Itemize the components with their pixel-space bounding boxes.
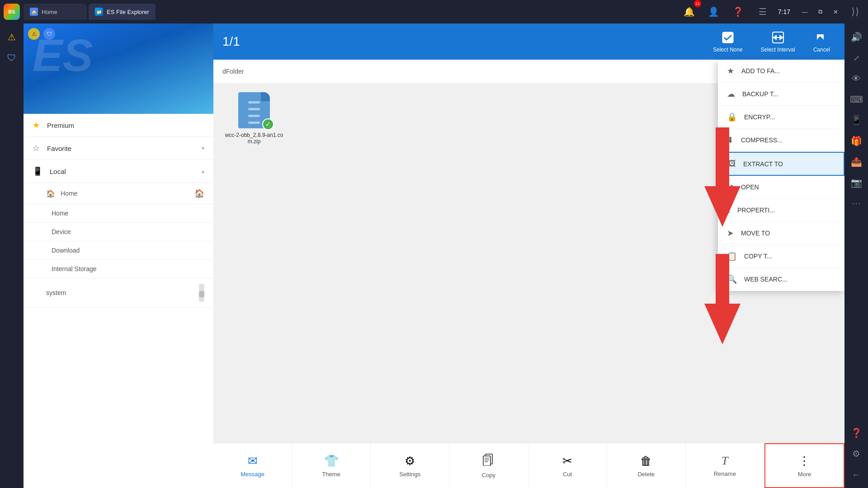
select-interval-button[interactable]: Select Interval (755, 28, 801, 56)
toolbar-delete[interactable]: 🗑 Delete (607, 443, 686, 488)
toolbar-rename[interactable]: T Rename (686, 443, 764, 488)
backup-label: BACKUP T... (742, 90, 778, 98)
bs-right-sidebar: 🔊 ⤢ 👁 ⌨ 📱 🎁 📤 📷 ⋯ ❓ ⚙ ← (844, 23, 868, 488)
local-icon: 📱 (33, 166, 42, 176)
rs-gift-icon[interactable]: 🎁 (847, 132, 865, 150)
notification-button[interactable]: 🔔 11 (680, 3, 698, 21)
notification-badge: 11 (694, 0, 701, 7)
toolbar-more[interactable]: ⋮ More (764, 443, 844, 488)
copy-to-label: COPY T... (744, 253, 772, 260)
rename-icon: T (722, 454, 728, 468)
internal-storage-label: Internal Storage (52, 265, 97, 272)
nav-sub-system[interactable]: system (24, 278, 213, 308)
nav-item-premium[interactable]: ★ Premium (24, 114, 213, 137)
nav-item-favorite[interactable]: ☆ Favorite ▾ (24, 137, 213, 160)
copy-to-icon: 📋 (727, 251, 737, 261)
app-area: ⚠ 🛡 ES ★ Premium ☆ Favorite ▾ 📱 Lo (24, 23, 844, 488)
rs-phone-icon[interactable]: 📱 (847, 111, 865, 129)
es-tab-label: ES File Explorer (107, 9, 149, 15)
ctx-compress[interactable]: ⬇ COMPRESS... (718, 129, 844, 152)
select-interval-label: Select Interval (761, 47, 795, 53)
svg-rect-12 (483, 456, 491, 466)
nav-sub-internal-storage[interactable]: Internal Storage (24, 260, 213, 278)
tab-home[interactable]: 🏠 Home (24, 4, 87, 20)
cancel-button[interactable]: Cancel (808, 28, 835, 56)
breadcrumb-path: dFolder (222, 68, 244, 75)
more-label: More (798, 471, 811, 478)
rs-camera-icon[interactable]: 📷 (847, 174, 865, 192)
rs-settings-icon[interactable]: ⚙ (847, 445, 865, 463)
nav-sub-download[interactable]: Download (24, 241, 213, 260)
home1-icon: 🏠 (46, 189, 55, 198)
select-none-button[interactable]: Select None (708, 28, 748, 56)
ctx-add-to-favorite[interactable]: ★ ADD TO FA... (718, 60, 844, 83)
file-item-wcc-zip[interactable]: ✓ wcc-2-obb_2.8.9-an1.com.zip (222, 92, 286, 145)
copy-icon (482, 453, 495, 469)
main-area: ⚠ 🛡 ⚠ 🛡 ES ★ Premium ☆ F (0, 23, 868, 488)
minimize-button[interactable]: — (800, 7, 809, 16)
toolbar-theme[interactable]: 👕 Theme (292, 443, 371, 488)
bluestacks-logo: BS (4, 4, 20, 20)
toolbar-copy[interactable]: Copy (449, 443, 528, 488)
es-nav-list: ★ Premium ☆ Favorite ▾ 📱 Local ▴ 🏠 Home (24, 114, 213, 488)
restore-button[interactable]: ⧉ (816, 7, 825, 16)
rs-volume-icon[interactable]: 🔊 (847, 28, 865, 46)
ctx-move-to[interactable]: ➤ MOVE TO (718, 222, 844, 245)
tab-es-file-explorer[interactable]: 📁 ES File Explorer (89, 4, 156, 20)
ctx-properties[interactable]: ℹ PROPERTI... (718, 199, 844, 222)
ctx-open[interactable]: ↗ OPEN (718, 176, 844, 199)
es-logo-bg: ES (33, 33, 93, 78)
delete-label: Delete (637, 471, 655, 478)
time-display: 7:17 (778, 8, 790, 15)
rs-back-icon[interactable]: ← (847, 465, 865, 483)
selection-bar: 1/1 Select None (213, 23, 844, 60)
nav-item-local[interactable]: 📱 Local ▴ (24, 160, 213, 183)
open-icon: ↗ (727, 182, 734, 192)
rs-eye-icon[interactable]: 👁 (847, 70, 865, 88)
toolbar-settings[interactable]: ⚙ Settings (371, 443, 449, 488)
select-none-label: Select None (713, 47, 742, 53)
device-label: Device (52, 228, 71, 235)
account-icon[interactable]: 👤 (705, 3, 723, 21)
selection-count: 1/1 (222, 34, 700, 49)
system-label: system (46, 289, 66, 296)
es-tab-icon: 📁 (95, 8, 103, 16)
toolbar-message[interactable]: ✉ Message (213, 443, 292, 488)
rs-help-icon[interactable]: ❓ (847, 424, 865, 442)
cut-label: Cut (563, 471, 572, 478)
home-tab-icon: 🏠 (30, 8, 38, 16)
es-content: 1/1 Select None (213, 23, 844, 488)
nav-sub-device[interactable]: Device (24, 223, 213, 241)
cut-icon: ✂ (562, 454, 572, 468)
more-icon: ⋮ (798, 454, 810, 468)
ctx-web-search[interactable]: 🔍 WEB SEARC... (718, 268, 844, 291)
file-selected-badge: ✓ (262, 118, 274, 130)
shield-icon[interactable]: 🛡 (3, 49, 21, 67)
close-button[interactable]: ✕ (831, 7, 840, 16)
ctx-copy-to[interactable]: 📋 COPY T... (718, 245, 844, 268)
bottom-toolbar: ✉ Message 👕 Theme ⚙ Settings (213, 443, 844, 488)
warning-icon[interactable]: ⚠ (3, 28, 21, 46)
message-label: Message (241, 471, 264, 478)
rs-keyboard-icon[interactable]: ⌨ (847, 90, 865, 108)
ctx-extract-to[interactable]: 🖼 EXTRACT TO (718, 152, 844, 176)
premium-icon: ★ (33, 120, 40, 130)
ctx-encrypt[interactable]: 🔒 ENCRYP... (718, 106, 844, 129)
select-none-icon (721, 30, 735, 45)
help-icon[interactable]: ❓ (729, 3, 747, 21)
properties-icon: ℹ (727, 205, 730, 215)
web-search-label: WEB SEARC... (744, 276, 788, 283)
rs-more-icon[interactable]: ⋯ (847, 194, 865, 212)
encrypt-label: ENCRYP... (744, 113, 775, 121)
es-header: ⚠ 🛡 ES (24, 23, 213, 114)
zip-file-icon-wrap: ✓ (236, 92, 272, 128)
ctx-backup-to[interactable]: ☁ BACKUP T... (718, 83, 844, 106)
title-bar: BS 🏠 Home 📁 ES File Explorer 🔔 11 👤 ❓ ☰ … (0, 0, 868, 23)
nav-sub-home2[interactable]: Home (24, 204, 213, 223)
menu-icon[interactable]: ☰ (754, 3, 772, 21)
rs-share-icon[interactable]: 📤 (847, 153, 865, 171)
toolbar-cut[interactable]: ✂ Cut (528, 443, 607, 488)
nav-sub-home1[interactable]: 🏠 Home 🏠 (24, 183, 213, 204)
rs-expand-icon[interactable]: ⤢ (847, 49, 865, 67)
expand-button[interactable]: ⟩⟩ (846, 3, 864, 21)
